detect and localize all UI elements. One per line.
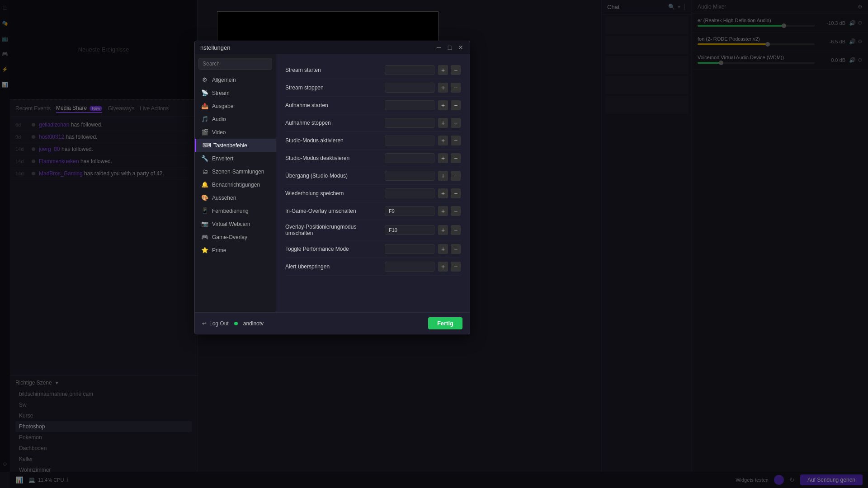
- nav-item-benachrichtigungen[interactable]: 🔔 Benachrichtigungen: [195, 178, 276, 191]
- hotkey-add-uebergang[interactable]: +: [438, 171, 448, 181]
- hotkey-add-aufnahme-starten[interactable]: +: [438, 100, 448, 110]
- titlebar-buttons: ─ □ ✕: [435, 44, 464, 51]
- hotkey-add-ingame-overlay[interactable]: +: [438, 206, 448, 216]
- maximize-button[interactable]: □: [446, 44, 453, 51]
- hotkey-input-studio-aktivieren[interactable]: [385, 136, 434, 145]
- hotkey-add-aufnahme-stoppen[interactable]: +: [438, 118, 448, 128]
- hotkey-studio-aktivieren: Studio-Modus aktivieren + −: [285, 132, 461, 150]
- footer-left: ↩ Log Out andinotv: [202, 320, 264, 327]
- nav-label-allgemein: Allgemein: [212, 77, 236, 83]
- nav-label-tastenbefehle: Tastenbefehle: [213, 142, 247, 149]
- video-icon: 🎬: [201, 129, 208, 136]
- hotkey-studio-deaktivieren: Studio-Modus deaktivieren + −: [285, 150, 461, 167]
- benachrichtigungen-icon: 🔔: [201, 181, 208, 188]
- settings-title: nstellungen: [200, 44, 231, 51]
- hotkey-remove-alert-uberspringen[interactable]: −: [451, 262, 461, 272]
- nav-item-virtual-webcam[interactable]: 📷 Virtual Webcam: [195, 217, 276, 230]
- stream-icon: 📡: [201, 89, 208, 96]
- hotkey-input-aufnahme-stoppen[interactable]: [385, 118, 434, 128]
- hotkey-remove-stream-stoppen[interactable]: −: [451, 83, 461, 93]
- hotkey-input-wiederholung[interactable]: [385, 188, 434, 198]
- done-button[interactable]: Fertig: [428, 317, 462, 329]
- hotkey-input-aufnahme-starten[interactable]: [385, 100, 434, 110]
- nav-item-aussehen[interactable]: 🎨 Aussehen: [195, 191, 276, 204]
- hotkey-btns-ingame-overlay: + −: [438, 206, 461, 216]
- nav-item-video[interactable]: 🎬 Video: [195, 126, 276, 139]
- hotkey-input-toggle-performance[interactable]: [385, 244, 434, 254]
- nav-item-tastenbefehle[interactable]: ⌨ Tastenbefehle: [195, 139, 276, 152]
- nav-item-erweitert[interactable]: 🔧 Erweitert: [195, 152, 276, 165]
- hotkey-label-uebergang: Übergang (Studio-Modus): [285, 173, 385, 179]
- hotkey-add-overlay-pos[interactable]: +: [438, 225, 448, 235]
- hotkey-add-stream-stoppen[interactable]: +: [438, 83, 448, 93]
- hotkey-wiederholung: Wiederholung speichern + −: [285, 185, 461, 202]
- hotkey-input-stream-stoppen[interactable]: [385, 83, 434, 93]
- hotkey-add-stream-starten[interactable]: +: [438, 65, 448, 75]
- logout-label: Log Out: [209, 320, 229, 327]
- hotkey-remove-uebergang[interactable]: −: [451, 171, 461, 181]
- virtual-webcam-icon: 📷: [201, 221, 208, 227]
- logout-icon: ↩: [202, 320, 207, 327]
- hotkey-input-uebergang[interactable]: [385, 171, 434, 181]
- nav-item-fernbedienung[interactable]: 📱 Fernbedienung: [195, 204, 276, 217]
- hotkey-remove-overlay-pos[interactable]: −: [451, 225, 461, 235]
- nav-label-video: Video: [212, 129, 226, 136]
- hotkey-alert-uberspringen: Alert überspringen + −: [285, 258, 461, 276]
- hotkey-label-overlay-pos: Overlay-Positionierungmodus umschalten: [285, 224, 385, 236]
- settings-nav: ⚙ Allgemein 📡 Stream 📤 Ausgabe 🎵 Audio 🎬…: [195, 54, 276, 312]
- hotkey-input-alert-uberspringen[interactable]: [385, 262, 434, 272]
- hotkey-btns-toggle-performance: + −: [438, 244, 461, 254]
- hotkey-stream-stoppen: Stream stoppen + −: [285, 79, 461, 97]
- nav-label-fernbedienung: Fernbedienung: [212, 208, 249, 214]
- tastenbefehle-icon: ⌨: [203, 142, 210, 149]
- nav-label-prime: Prime: [212, 247, 226, 253]
- nav-item-allgemein[interactable]: ⚙ Allgemein: [195, 73, 276, 86]
- settings-search-input[interactable]: [198, 58, 272, 70]
- hotkey-remove-wiederholung[interactable]: −: [451, 188, 461, 198]
- hotkey-remove-toggle-performance[interactable]: −: [451, 244, 461, 254]
- hotkey-input-overlay-pos[interactable]: [385, 225, 434, 235]
- hotkey-uebergang: Übergang (Studio-Modus) + −: [285, 167, 461, 185]
- hotkey-btns-wiederholung: + −: [438, 188, 461, 198]
- hotkey-remove-ingame-overlay[interactable]: −: [451, 206, 461, 216]
- hotkey-btns-uebergang: + −: [438, 171, 461, 181]
- nav-item-game-overlay[interactable]: 🎮 Game-Overlay: [195, 230, 276, 244]
- nav-label-ausgabe: Ausgabe: [212, 103, 233, 109]
- ausgabe-icon: 📤: [201, 103, 208, 109]
- hotkey-remove-studio-deaktivieren[interactable]: −: [451, 153, 461, 163]
- hotkey-remove-studio-aktivieren[interactable]: −: [451, 136, 461, 145]
- logout-button[interactable]: ↩ Log Out: [202, 320, 229, 327]
- hotkey-add-wiederholung[interactable]: +: [438, 188, 448, 198]
- nav-item-ausgabe[interactable]: 📤 Ausgabe: [195, 99, 276, 113]
- settings-footer: ↩ Log Out andinotv Fertig: [195, 312, 470, 334]
- hotkey-input-stream-starten[interactable]: [385, 65, 434, 75]
- minimize-button[interactable]: ─: [435, 44, 443, 51]
- hotkey-add-toggle-performance[interactable]: +: [438, 244, 448, 254]
- hotkey-add-studio-aktivieren[interactable]: +: [438, 136, 448, 145]
- hotkey-input-ingame-overlay[interactable]: [385, 206, 434, 216]
- hotkey-aufnahme-starten: Aufnahme starten + −: [285, 97, 461, 114]
- hotkey-label-aufnahme-stoppen: Aufnahme stoppen: [285, 120, 385, 126]
- hotkey-add-alert-uberspringen[interactable]: +: [438, 262, 448, 272]
- hotkey-stream-starten: Stream starten + −: [285, 61, 461, 79]
- nav-item-szenen[interactable]: 🗂 Szenen-Sammlungen: [195, 165, 276, 178]
- close-button[interactable]: ✕: [457, 44, 464, 51]
- nav-item-audio[interactable]: 🎵 Audio: [195, 113, 276, 126]
- szenen-icon: 🗂: [201, 168, 208, 175]
- nav-item-prime[interactable]: ⭐ Prime: [195, 244, 276, 257]
- hotkey-remove-aufnahme-starten[interactable]: −: [451, 100, 461, 110]
- nav-label-aussehen: Aussehen: [212, 195, 236, 201]
- nav-label-game-overlay: Game-Overlay: [212, 234, 247, 240]
- hotkey-label-wiederholung: Wiederholung speichern: [285, 190, 385, 197]
- hotkey-remove-stream-starten[interactable]: −: [451, 65, 461, 75]
- hotkey-input-studio-deaktivieren[interactable]: [385, 153, 434, 163]
- hotkey-label-stream-stoppen: Stream stoppen: [285, 84, 385, 91]
- hotkey-toggle-performance: Toggle Performance Mode + −: [285, 240, 461, 258]
- hotkey-remove-aufnahme-stoppen[interactable]: −: [451, 118, 461, 128]
- hotkey-label-alert-uberspringen: Alert überspringen: [285, 263, 385, 270]
- nav-label-stream: Stream: [212, 90, 230, 96]
- nav-label-benachrichtigungen: Benachrichtigungen: [212, 182, 260, 188]
- nav-item-stream[interactable]: 📡 Stream: [195, 86, 276, 99]
- hotkey-add-studio-deaktivieren[interactable]: +: [438, 153, 448, 163]
- hotkey-btns-stream-stoppen: + −: [438, 83, 461, 93]
